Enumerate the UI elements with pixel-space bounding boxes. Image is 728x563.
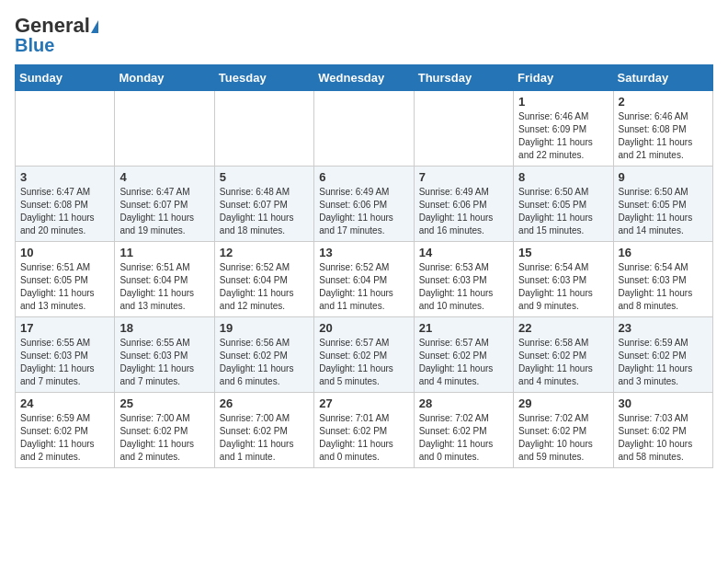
day-info: Sunrise: 6:46 AM Sunset: 6:08 PM Dayligh… xyxy=(619,110,708,162)
calendar-week-row: 10Sunrise: 6:51 AM Sunset: 6:05 PM Dayli… xyxy=(16,242,713,317)
header-wednesday: Wednesday xyxy=(314,65,414,91)
calendar-cell: 18Sunrise: 6:55 AM Sunset: 6:03 PM Dayli… xyxy=(115,317,214,393)
day-number: 7 xyxy=(419,170,508,184)
calendar-cell: 21Sunrise: 6:57 AM Sunset: 6:02 PM Dayli… xyxy=(414,317,513,393)
calendar-cell: 3Sunrise: 6:47 AM Sunset: 6:08 PM Daylig… xyxy=(16,167,115,242)
day-info: Sunrise: 6:47 AM Sunset: 6:08 PM Dayligh… xyxy=(20,186,109,237)
calendar-cell: 25Sunrise: 7:00 AM Sunset: 6:02 PM Dayli… xyxy=(115,393,214,468)
calendar-cell: 15Sunrise: 6:54 AM Sunset: 6:03 PM Dayli… xyxy=(514,242,613,317)
day-info: Sunrise: 6:47 AM Sunset: 6:07 PM Dayligh… xyxy=(119,186,209,237)
day-info: Sunrise: 6:52 AM Sunset: 6:04 PM Dayligh… xyxy=(220,261,309,313)
calendar-cell: 28Sunrise: 7:02 AM Sunset: 6:02 PM Dayli… xyxy=(414,393,513,468)
calendar-header-row: SundayMondayTuesdayWednesdayThursdayFrid… xyxy=(16,65,713,91)
day-number: 24 xyxy=(20,396,109,410)
calendar-cell: 23Sunrise: 6:59 AM Sunset: 6:02 PM Dayli… xyxy=(613,317,712,393)
calendar-cell: 27Sunrise: 7:01 AM Sunset: 6:02 PM Dayli… xyxy=(314,393,414,468)
calendar-cell: 14Sunrise: 6:53 AM Sunset: 6:03 PM Dayli… xyxy=(414,242,513,317)
calendar-cell: 8Sunrise: 6:50 AM Sunset: 6:05 PM Daylig… xyxy=(514,167,613,242)
calendar-cell: 7Sunrise: 6:49 AM Sunset: 6:06 PM Daylig… xyxy=(414,167,513,242)
calendar-cell: 24Sunrise: 6:59 AM Sunset: 6:02 PM Dayli… xyxy=(16,393,115,468)
calendar-cell: 4Sunrise: 6:47 AM Sunset: 6:07 PM Daylig… xyxy=(115,167,214,242)
day-info: Sunrise: 6:51 AM Sunset: 6:05 PM Dayligh… xyxy=(20,261,109,313)
day-number: 25 xyxy=(119,396,209,410)
day-info: Sunrise: 6:54 AM Sunset: 6:03 PM Dayligh… xyxy=(518,261,608,313)
day-number: 18 xyxy=(119,321,209,335)
day-info: Sunrise: 6:56 AM Sunset: 6:02 PM Dayligh… xyxy=(220,337,309,388)
calendar-cell xyxy=(314,91,414,167)
logo: General Blue xyxy=(15,15,98,55)
day-number: 15 xyxy=(518,246,608,259)
header-friday: Friday xyxy=(514,65,613,91)
calendar-cell: 6Sunrise: 6:49 AM Sunset: 6:06 PM Daylig… xyxy=(314,167,414,242)
day-info: Sunrise: 7:01 AM Sunset: 6:02 PM Dayligh… xyxy=(319,412,408,464)
header-thursday: Thursday xyxy=(414,65,513,91)
day-number: 5 xyxy=(220,170,309,184)
calendar-cell: 16Sunrise: 6:54 AM Sunset: 6:03 PM Dayli… xyxy=(613,242,712,317)
day-number: 6 xyxy=(319,170,408,184)
calendar-cell: 2Sunrise: 6:46 AM Sunset: 6:08 PM Daylig… xyxy=(613,91,712,167)
day-number: 17 xyxy=(20,321,109,335)
day-info: Sunrise: 7:03 AM Sunset: 6:02 PM Dayligh… xyxy=(619,412,708,464)
day-number: 11 xyxy=(119,246,209,259)
day-info: Sunrise: 7:02 AM Sunset: 6:02 PM Dayligh… xyxy=(419,412,508,464)
logo-general: General xyxy=(15,15,98,37)
day-number: 20 xyxy=(319,321,408,335)
day-number: 19 xyxy=(220,321,309,335)
day-info: Sunrise: 6:59 AM Sunset: 6:02 PM Dayligh… xyxy=(619,337,708,388)
day-info: Sunrise: 6:49 AM Sunset: 6:06 PM Dayligh… xyxy=(419,186,508,237)
day-number: 21 xyxy=(419,321,508,335)
header-saturday: Saturday xyxy=(613,65,712,91)
day-number: 8 xyxy=(518,170,608,184)
day-info: Sunrise: 7:00 AM Sunset: 6:02 PM Dayligh… xyxy=(220,412,309,464)
calendar-cell: 26Sunrise: 7:00 AM Sunset: 6:02 PM Dayli… xyxy=(214,393,313,468)
calendar-cell: 10Sunrise: 6:51 AM Sunset: 6:05 PM Dayli… xyxy=(16,242,115,317)
calendar-cell: 22Sunrise: 6:58 AM Sunset: 6:02 PM Dayli… xyxy=(514,317,613,393)
calendar-cell: 1Sunrise: 6:46 AM Sunset: 6:09 PM Daylig… xyxy=(514,91,613,167)
calendar-cell: 19Sunrise: 6:56 AM Sunset: 6:02 PM Dayli… xyxy=(214,317,313,393)
day-info: Sunrise: 6:57 AM Sunset: 6:02 PM Dayligh… xyxy=(319,337,408,388)
calendar-cell: 30Sunrise: 7:03 AM Sunset: 6:02 PM Dayli… xyxy=(613,393,712,468)
day-number: 2 xyxy=(619,95,708,109)
day-info: Sunrise: 6:57 AM Sunset: 6:02 PM Dayligh… xyxy=(419,337,508,388)
calendar-cell: 17Sunrise: 6:55 AM Sunset: 6:03 PM Dayli… xyxy=(16,317,115,393)
calendar-cell: 11Sunrise: 6:51 AM Sunset: 6:04 PM Dayli… xyxy=(115,242,214,317)
calendar-cell: 12Sunrise: 6:52 AM Sunset: 6:04 PM Dayli… xyxy=(214,242,313,317)
day-number: 26 xyxy=(220,396,309,410)
day-number: 29 xyxy=(518,396,608,410)
day-number: 30 xyxy=(619,396,708,410)
day-number: 16 xyxy=(619,246,708,259)
calendar-week-row: 3Sunrise: 6:47 AM Sunset: 6:08 PM Daylig… xyxy=(16,167,713,242)
day-number: 28 xyxy=(419,396,508,410)
day-number: 3 xyxy=(20,170,109,184)
calendar-cell xyxy=(16,91,115,167)
day-info: Sunrise: 6:50 AM Sunset: 6:05 PM Dayligh… xyxy=(619,186,708,237)
day-info: Sunrise: 6:53 AM Sunset: 6:03 PM Dayligh… xyxy=(419,261,508,313)
day-info: Sunrise: 6:49 AM Sunset: 6:06 PM Dayligh… xyxy=(319,186,408,237)
day-number: 1 xyxy=(518,95,608,109)
day-number: 4 xyxy=(119,170,209,184)
page-header: General Blue xyxy=(15,15,713,55)
day-info: Sunrise: 6:55 AM Sunset: 6:03 PM Dayligh… xyxy=(119,337,209,388)
calendar-cell: 29Sunrise: 7:02 AM Sunset: 6:02 PM Dayli… xyxy=(514,393,613,468)
day-info: Sunrise: 6:58 AM Sunset: 6:02 PM Dayligh… xyxy=(518,337,608,388)
day-info: Sunrise: 6:50 AM Sunset: 6:05 PM Dayligh… xyxy=(518,186,608,237)
day-number: 23 xyxy=(619,321,708,335)
calendar-cell xyxy=(214,91,313,167)
day-info: Sunrise: 6:46 AM Sunset: 6:09 PM Dayligh… xyxy=(518,110,608,162)
day-info: Sunrise: 6:59 AM Sunset: 6:02 PM Dayligh… xyxy=(20,412,109,464)
calendar-cell: 13Sunrise: 6:52 AM Sunset: 6:04 PM Dayli… xyxy=(314,242,414,317)
logo-blue: Blue xyxy=(15,35,54,55)
day-info: Sunrise: 7:00 AM Sunset: 6:02 PM Dayligh… xyxy=(119,412,209,464)
day-number: 10 xyxy=(20,246,109,259)
calendar-cell: 20Sunrise: 6:57 AM Sunset: 6:02 PM Dayli… xyxy=(314,317,414,393)
day-info: Sunrise: 6:55 AM Sunset: 6:03 PM Dayligh… xyxy=(20,337,109,388)
calendar-table: SundayMondayTuesdayWednesdayThursdayFrid… xyxy=(15,64,713,468)
calendar-cell: 5Sunrise: 6:48 AM Sunset: 6:07 PM Daylig… xyxy=(214,167,313,242)
calendar-week-row: 24Sunrise: 6:59 AM Sunset: 6:02 PM Dayli… xyxy=(16,393,713,468)
header-tuesday: Tuesday xyxy=(214,65,313,91)
header-monday: Monday xyxy=(115,65,214,91)
day-number: 9 xyxy=(619,170,708,184)
day-number: 14 xyxy=(419,246,508,259)
calendar-cell: 9Sunrise: 6:50 AM Sunset: 6:05 PM Daylig… xyxy=(613,167,712,242)
calendar-week-row: 17Sunrise: 6:55 AM Sunset: 6:03 PM Dayli… xyxy=(16,317,713,393)
